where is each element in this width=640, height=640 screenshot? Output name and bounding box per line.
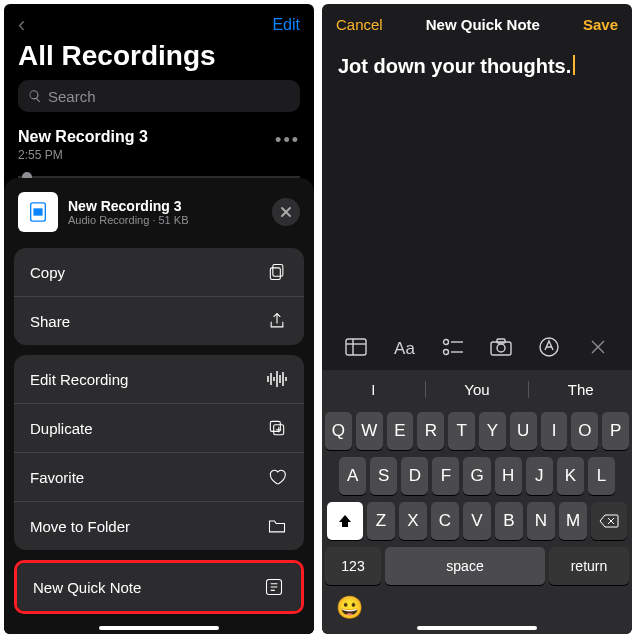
- checklist-icon[interactable]: [438, 338, 468, 360]
- key[interactable]: Q: [325, 412, 352, 450]
- return-key[interactable]: return: [549, 547, 629, 585]
- action-copy[interactable]: Copy: [14, 248, 304, 296]
- predictive-bar: I You The: [322, 370, 632, 408]
- key-row: 123 space return: [325, 547, 629, 585]
- note-body-text: Jot down your thoughts.: [338, 55, 571, 77]
- edit-button[interactable]: Edit: [272, 16, 300, 34]
- svg-point-25: [443, 340, 448, 345]
- key-row: A S D F G H J K L: [325, 457, 629, 495]
- key[interactable]: F: [432, 457, 459, 495]
- duplicate-icon: [266, 417, 288, 439]
- note-editor[interactable]: Jot down your thoughts.: [322, 39, 632, 94]
- voice-memos-screen: ‹ Edit All Recordings Search New Recordi…: [4, 4, 314, 634]
- table-icon[interactable]: [341, 338, 371, 360]
- svg-point-27: [443, 350, 448, 355]
- svg-rect-9: [270, 268, 280, 280]
- quick-note-icon: [263, 576, 285, 598]
- key[interactable]: E: [387, 412, 414, 450]
- action-share[interactable]: Share: [14, 296, 304, 345]
- home-indicator[interactable]: [99, 626, 219, 630]
- cancel-button[interactable]: Cancel: [336, 16, 383, 33]
- action-new-quick-note[interactable]: New Quick Note: [17, 563, 301, 611]
- prediction[interactable]: You: [425, 381, 529, 398]
- recording-time: 2:55 PM: [18, 148, 148, 162]
- key[interactable]: C: [431, 502, 459, 540]
- key[interactable]: Z: [367, 502, 395, 540]
- waveform-icon: [266, 368, 288, 390]
- numbers-key[interactable]: 123: [325, 547, 381, 585]
- share-icon: [266, 310, 288, 332]
- prediction[interactable]: The: [528, 381, 632, 398]
- key[interactable]: A: [339, 457, 366, 495]
- camera-icon[interactable]: [486, 338, 516, 360]
- svg-rect-22: [346, 339, 366, 355]
- notes-quick-note-screen: Cancel New Quick Note Save Jot down your…: [322, 4, 632, 634]
- key-row: Q W E R T Y U I O P: [325, 412, 629, 450]
- svg-rect-31: [497, 339, 505, 343]
- share-sheet: New Recording 3 Audio Recording · 51 KB …: [4, 178, 314, 634]
- svg-rect-7: [33, 208, 42, 215]
- action-favorite[interactable]: Favorite: [14, 452, 304, 501]
- text-caret: [573, 55, 575, 75]
- markup-icon[interactable]: [534, 337, 564, 361]
- key[interactable]: J: [526, 457, 553, 495]
- home-indicator[interactable]: [417, 626, 537, 630]
- backspace-key-icon[interactable]: [591, 502, 627, 540]
- page-title: All Recordings: [4, 40, 314, 80]
- key[interactable]: N: [527, 502, 555, 540]
- shift-key-icon[interactable]: [327, 502, 363, 540]
- key[interactable]: X: [399, 502, 427, 540]
- key[interactable]: W: [356, 412, 383, 450]
- search-icon: [28, 89, 42, 103]
- space-key[interactable]: space: [385, 547, 545, 585]
- close-toolbar-icon[interactable]: [583, 339, 613, 359]
- copy-icon: [266, 261, 288, 283]
- share-subtitle: Audio Recording · 51 KB: [68, 214, 188, 226]
- key[interactable]: S: [370, 457, 397, 495]
- more-icon[interactable]: •••: [275, 130, 300, 151]
- modal-title: New Quick Note: [426, 16, 540, 33]
- save-button[interactable]: Save: [583, 16, 618, 33]
- close-icon[interactable]: [272, 198, 300, 226]
- svg-point-30: [497, 344, 505, 352]
- file-thumbnail-icon: [18, 192, 58, 232]
- prediction[interactable]: I: [322, 381, 425, 398]
- recording-title: New Recording 3: [18, 128, 148, 146]
- key[interactable]: D: [401, 457, 428, 495]
- key[interactable]: P: [602, 412, 629, 450]
- text-format-icon[interactable]: Aa: [389, 339, 419, 359]
- highlight-box: New Quick Note: [14, 560, 304, 614]
- action-duplicate[interactable]: Duplicate: [14, 403, 304, 452]
- share-title: New Recording 3: [68, 198, 188, 214]
- keyboard: I You The Q W E R T Y U I O P A: [322, 370, 632, 634]
- key[interactable]: I: [541, 412, 568, 450]
- key[interactable]: L: [588, 457, 615, 495]
- key[interactable]: O: [571, 412, 598, 450]
- heart-icon: [266, 466, 288, 488]
- key[interactable]: M: [559, 502, 587, 540]
- key[interactable]: T: [448, 412, 475, 450]
- key[interactable]: K: [557, 457, 584, 495]
- key[interactable]: Y: [479, 412, 506, 450]
- search-placeholder: Search: [48, 88, 96, 105]
- folder-icon: [266, 515, 288, 537]
- key[interactable]: V: [463, 502, 491, 540]
- action-move-to-folder[interactable]: Move to Folder: [14, 501, 304, 550]
- svg-rect-8: [273, 265, 283, 277]
- key[interactable]: R: [417, 412, 444, 450]
- key[interactable]: G: [463, 457, 490, 495]
- search-input[interactable]: Search: [18, 80, 300, 112]
- back-chevron-icon[interactable]: ‹: [18, 12, 25, 38]
- emoji-key-icon[interactable]: 😀: [336, 595, 363, 621]
- key-row: Z X C V B N M: [325, 502, 629, 540]
- format-toolbar: Aa: [322, 328, 632, 370]
- key[interactable]: B: [495, 502, 523, 540]
- key[interactable]: U: [510, 412, 537, 450]
- action-edit-recording[interactable]: Edit Recording: [14, 355, 304, 403]
- key[interactable]: H: [495, 457, 522, 495]
